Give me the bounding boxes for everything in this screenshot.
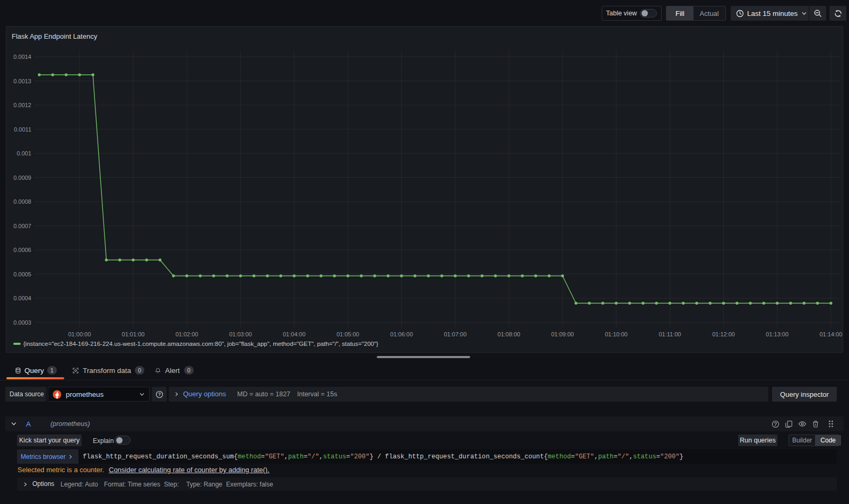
svg-text:01:03:00: 01:03:00 bbox=[229, 331, 252, 337]
svg-text:01:12:00: 01:12:00 bbox=[712, 331, 735, 337]
svg-text:0.0004: 0.0004 bbox=[13, 295, 31, 301]
svg-text:01:11:00: 01:11:00 bbox=[659, 331, 681, 337]
svg-text:0.001: 0.001 bbox=[16, 150, 31, 157]
svg-text:01:08:00: 01:08:00 bbox=[498, 331, 521, 337]
svg-text:01:00:00: 01:00:00 bbox=[68, 331, 91, 337]
svg-text:0.0009: 0.0009 bbox=[13, 175, 31, 181]
svg-text:?: ? bbox=[158, 392, 160, 397]
svg-text:01:13:00: 01:13:00 bbox=[766, 331, 789, 337]
svg-text:0.0007: 0.0007 bbox=[13, 223, 31, 229]
svg-text:01:02:00: 01:02:00 bbox=[176, 331, 198, 337]
svg-text:0.0005: 0.0005 bbox=[13, 271, 31, 277]
svg-text:01:04:00: 01:04:00 bbox=[283, 331, 306, 337]
svg-text:0.0003: 0.0003 bbox=[13, 319, 31, 326]
svg-text:0.0006: 0.0006 bbox=[13, 247, 31, 253]
svg-text:0.0013: 0.0013 bbox=[13, 78, 31, 84]
svg-text:0.0012: 0.0012 bbox=[13, 102, 31, 108]
svg-text:0.0014: 0.0014 bbox=[13, 54, 31, 60]
svg-text:01:09:00: 01:09:00 bbox=[551, 331, 574, 337]
svg-text:0.0008: 0.0008 bbox=[13, 198, 31, 205]
svg-text:01:07:00: 01:07:00 bbox=[444, 331, 466, 337]
svg-text:01:14:00: 01:14:00 bbox=[819, 331, 842, 337]
svg-text:0.0011: 0.0011 bbox=[14, 126, 31, 133]
svg-text:01:01:00: 01:01:00 bbox=[122, 331, 145, 337]
svg-text:01:10:00: 01:10:00 bbox=[605, 331, 628, 337]
svg-text:01:05:00: 01:05:00 bbox=[336, 331, 359, 337]
svg-text:01:06:00: 01:06:00 bbox=[390, 331, 413, 337]
